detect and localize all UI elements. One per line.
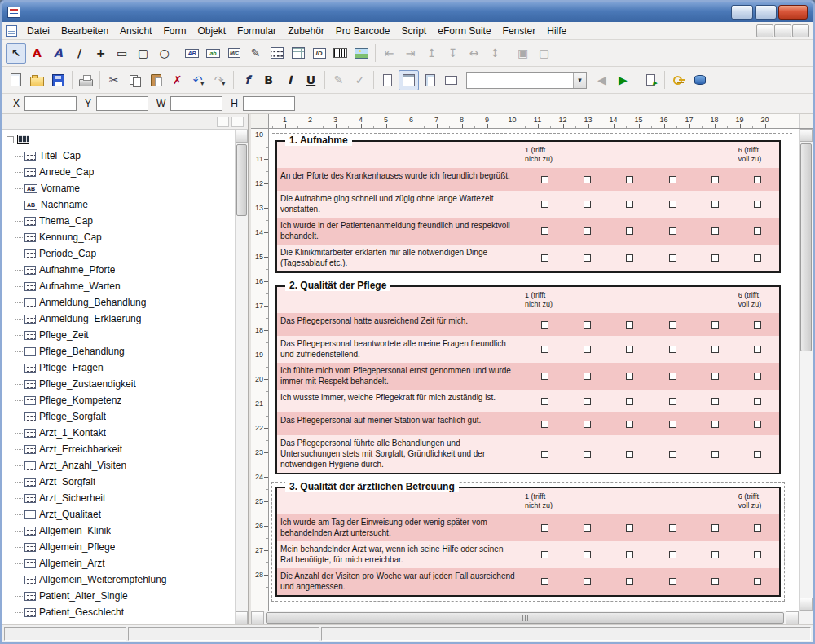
answer-checkbox[interactable] [626, 524, 633, 532]
answer-checkbox[interactable] [754, 578, 761, 585]
answer-checkbox[interactable] [754, 201, 761, 208]
ellipse-tool[interactable]: ○ [154, 43, 174, 64]
answer-checkbox[interactable] [584, 254, 591, 262]
menu-fenster[interactable]: Fenster [497, 23, 542, 39]
coord-input-h[interactable] [243, 96, 295, 111]
answer-checkbox[interactable] [541, 176, 548, 183]
answer-checkbox[interactable] [541, 373, 548, 380]
answer-checkbox[interactable] [711, 201, 719, 208]
answer-checkbox[interactable] [626, 421, 633, 428]
scrollbar-thumb[interactable] [800, 143, 812, 351]
answer-checkbox[interactable] [711, 524, 719, 532]
coord-input-w[interactable] [170, 96, 222, 111]
scrollbar-track[interactable] [800, 142, 813, 598]
image-field-tool[interactable] [351, 43, 372, 64]
tree-item-pflege-kompetenz[interactable]: Pflege_Kompetenz [15, 392, 235, 408]
answer-checkbox[interactable] [711, 346, 719, 353]
canvas-horizontal-scrollbar[interactable] [251, 611, 799, 624]
answer-checkbox[interactable] [669, 346, 676, 353]
panel-close-icon[interactable] [231, 117, 244, 127]
styled-label-tool[interactable]: A [48, 43, 68, 64]
answer-checkbox[interactable] [584, 398, 591, 405]
answer-checkbox[interactable] [711, 551, 719, 558]
scroll-up-icon[interactable] [800, 129, 813, 142]
answer-checkbox[interactable] [754, 451, 761, 458]
bold-button[interactable]: B [258, 70, 279, 90]
tree-item-pflege-sorgfalt[interactable]: Pflege_Sorgfalt [15, 408, 235, 425]
answer-checkbox[interactable] [626, 227, 633, 235]
minimize-button[interactable] [731, 5, 753, 20]
menu-form[interactable]: Form [157, 23, 192, 39]
fit-width-button[interactable] [399, 70, 419, 90]
scrollbar-track[interactable] [236, 143, 248, 611]
menu-script[interactable]: Script [396, 23, 433, 39]
answer-checkbox[interactable] [584, 201, 591, 208]
answer-checkbox[interactable] [541, 398, 548, 405]
answer-checkbox[interactable] [626, 451, 633, 458]
answer-checkbox[interactable] [754, 551, 761, 558]
answer-checkbox[interactable] [626, 398, 633, 405]
save-button[interactable] [48, 70, 68, 90]
text-field-tool[interactable] [182, 43, 202, 64]
answer-checkbox[interactable] [626, 551, 633, 558]
answer-checkbox[interactable] [541, 321, 548, 329]
answer-checkbox[interactable] [584, 373, 591, 380]
answer-checkbox[interactable] [754, 524, 761, 532]
collapse-icon[interactable] [7, 136, 14, 143]
answer-checkbox[interactable] [711, 373, 719, 380]
answer-checkbox[interactable] [626, 176, 633, 183]
tree-item-anmeldung-behandlung[interactable]: Anmeldung_Behandlung [15, 294, 235, 311]
close-button[interactable] [778, 5, 808, 20]
answer-checkbox[interactable] [541, 227, 548, 235]
scrollbar-thumb[interactable] [236, 144, 247, 216]
answer-checkbox[interactable] [754, 176, 761, 183]
answer-checkbox[interactable] [711, 176, 719, 183]
new-button[interactable] [6, 70, 26, 90]
answer-checkbox[interactable] [669, 398, 676, 405]
coord-input-y[interactable] [96, 96, 148, 111]
answer-checkbox[interactable] [669, 254, 676, 262]
answer-checkbox[interactable] [669, 373, 676, 380]
form-section-3[interactable]: 3. Qualität der ärztlichen Betreuung1 (t… [275, 487, 781, 597]
table-field-tool[interactable] [288, 43, 308, 64]
micr-field-tool[interactable] [224, 43, 244, 64]
mdi-minimize-button[interactable] [756, 24, 773, 37]
answer-checkbox[interactable] [541, 578, 548, 585]
form-page[interactable]: 1. Aufnahme1 (trifft nicht zu)6 (trifft … [269, 129, 799, 611]
coord-input-x[interactable] [24, 96, 77, 111]
answer-checkbox[interactable] [711, 421, 719, 428]
underline-button[interactable]: U [301, 70, 321, 90]
answer-checkbox[interactable] [541, 551, 548, 558]
canvas-vertical-scrollbar[interactable] [799, 129, 813, 611]
answer-checkbox[interactable] [711, 578, 719, 585]
answer-checkbox[interactable] [541, 254, 548, 262]
dropdown-arrow-icon[interactable]: ▾ [200, 80, 204, 90]
scroll-left-icon[interactable] [251, 611, 264, 624]
tree-item-aufnahme-warten[interactable]: Aufnahme_Warten [15, 278, 235, 294]
whole-page-button[interactable] [420, 70, 440, 90]
print-button[interactable] [76, 70, 96, 90]
italic-button[interactable]: I [280, 70, 300, 90]
answer-checkbox[interactable] [754, 421, 761, 428]
tree-item-allgemein-klinik[interactable]: Allgemein_Klinik [15, 523, 235, 539]
menu-hilfe[interactable]: Hilfe [541, 23, 572, 39]
tree-item-aufnahme-pforte[interactable]: Aufnahme_Pforte [15, 262, 235, 278]
maximize-button[interactable] [755, 5, 777, 20]
answer-checkbox[interactable] [711, 451, 719, 458]
menu-objekt[interactable]: Objekt [192, 23, 231, 39]
answer-checkbox[interactable] [669, 451, 676, 458]
tree-item-allgemein-pflege[interactable]: Allgemein_Pflege [15, 539, 235, 555]
tree-item-titel-cap[interactable]: Titel_Cap [15, 148, 235, 164]
label-tool[interactable]: A [27, 43, 47, 64]
answer-checkbox[interactable] [711, 254, 719, 262]
menu-formular[interactable]: Formular [231, 23, 282, 39]
next-page-button[interactable]: ▶ [613, 70, 633, 90]
tree-item-patient-geschlecht[interactable]: Patient_Geschlecht [15, 604, 235, 620]
answer-checkbox[interactable] [669, 551, 676, 558]
scroll-up-icon[interactable] [236, 130, 248, 143]
answer-checkbox[interactable] [711, 398, 719, 405]
tree-root[interactable] [7, 131, 235, 148]
fields-scrollbar[interactable] [235, 130, 248, 624]
tree-item-pflege-zustaendigkeit[interactable]: Pflege_Zustaendigkeit [15, 376, 235, 392]
scroll-right-icon[interactable] [786, 611, 799, 624]
